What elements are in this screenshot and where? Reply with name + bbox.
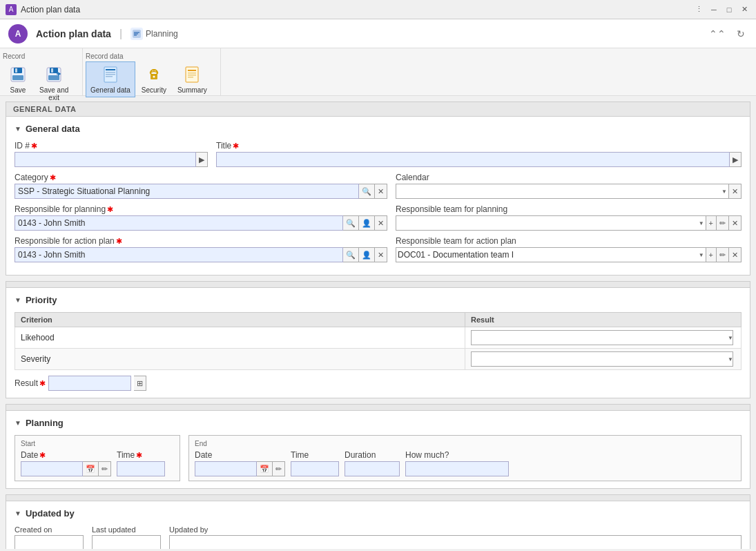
category-search-btn[interactable]: 🔍 — [359, 184, 375, 199]
likehood-result — [465, 327, 742, 349]
start-date-wrapper: 📅 ✏ — [21, 461, 111, 476]
duration-label: Duration — [345, 450, 400, 460]
general-data-card: ▼ General data ID # ✱ ▶ Title ✱ — [6, 117, 750, 276]
end-label: End — [195, 440, 735, 447]
end-time-input[interactable] — [291, 461, 339, 476]
start-date-input[interactable] — [21, 461, 83, 476]
id-arrow-btn[interactable]: ▶ — [196, 152, 208, 167]
updated-by-field: Updated by — [169, 525, 742, 549]
priority-title: Priority — [26, 295, 57, 305]
minimize-btn[interactable]: ─ — [708, 3, 720, 16]
resp-team-action-select[interactable]: DOC01 - Documentation team I — [396, 247, 706, 262]
toolbar-record-data-group: Record data General data — [83, 48, 221, 95]
resp-team-planning-select[interactable] — [396, 215, 706, 231]
resp-planning-search-btn[interactable]: 🔍 — [343, 215, 359, 231]
end-date-input[interactable] — [195, 461, 257, 476]
resp-planning-person-btn[interactable]: 👤 — [359, 215, 375, 231]
collapse-btn[interactable]: ⌃⌃ — [706, 27, 728, 41]
severity-criterion: Severity — [15, 349, 465, 370]
priority-section-header — [6, 281, 750, 288]
end-date-edit-btn[interactable]: ✏ — [273, 461, 285, 476]
app-bar: A Action plan data | Planning ⌃⌃ ↻ — [0, 19, 756, 48]
collapse-arrow-updated: ▼ — [14, 510, 21, 517]
created-on-label: Created on — [14, 525, 84, 534]
planning-label: Planning — [146, 29, 178, 39]
title-required: ✱ — [233, 142, 239, 151]
svg-rect-20 — [188, 70, 196, 71]
severity-select[interactable] — [471, 351, 733, 367]
title-arrow-btn[interactable]: ▶ — [730, 152, 742, 167]
maximize-btn[interactable]: □ — [723, 3, 735, 16]
svg-rect-4 — [14, 68, 22, 73]
svg-rect-15 — [106, 76, 113, 77]
resp-team-action-del-btn[interactable]: ✕ — [729, 247, 742, 262]
how-much-input[interactable] — [405, 461, 509, 476]
svg-rect-12 — [106, 69, 115, 70]
svg-rect-5 — [15, 68, 17, 72]
updated-by-input[interactable] — [169, 535, 742, 549]
app-divider: | — [119, 28, 122, 40]
updated-by-header[interactable]: ▼ Updated by — [14, 508, 742, 519]
svg-rect-14 — [106, 74, 115, 75]
close-btn[interactable]: ✕ — [738, 3, 750, 16]
start-time-input[interactable] — [117, 461, 165, 476]
priority-header[interactable]: ▼ Priority — [14, 295, 742, 305]
id-input[interactable] — [14, 152, 196, 167]
resp-action-input[interactable] — [14, 247, 343, 262]
general-data-header[interactable]: ▼ General data — [14, 124, 742, 134]
save-exit-icon — [44, 65, 64, 84]
resp-team-action-edit-btn[interactable]: ✏ — [717, 247, 729, 262]
created-on-input[interactable] — [14, 535, 84, 549]
svg-rect-9 — [51, 68, 53, 72]
app-planning: Planning — [130, 28, 178, 40]
save-button[interactable]: Save — [3, 61, 33, 105]
created-on-field: Created on — [14, 525, 84, 549]
category-input[interactable] — [14, 184, 359, 199]
resp-team-planning-del-btn[interactable]: ✕ — [729, 215, 742, 231]
more-options-btn[interactable]: ⋮ — [692, 3, 705, 16]
end-date-calendar-btn[interactable]: 📅 — [257, 461, 273, 476]
security-label: Security — [142, 86, 166, 94]
planning-header[interactable]: ▼ Planning — [14, 418, 742, 428]
resp-action-required: ✱ — [116, 237, 122, 246]
svg-rect-22 — [188, 75, 196, 76]
start-time-label: Time ✱ — [117, 450, 165, 460]
general-data-tab[interactable]: General data — [86, 61, 135, 97]
resp-action-person-btn[interactable]: 👤 — [359, 247, 375, 262]
start-date-calendar-btn[interactable]: 📅 — [83, 461, 99, 476]
security-tab[interactable]: Security — [137, 61, 171, 97]
resp-action-label: Responsible for action plan ✱ — [14, 236, 387, 246]
resp-planning-clear-btn[interactable]: ✕ — [375, 215, 387, 231]
resp-team-planning-add-btn[interactable]: + — [706, 215, 717, 231]
record-data-group-label: Record data — [86, 51, 123, 61]
start-date-required: ✱ — [39, 451, 46, 460]
save-exit-label: Save andexit — [39, 86, 68, 102]
end-time-label: Time — [291, 450, 339, 460]
summary-tab[interactable]: Summary — [173, 61, 212, 97]
start-date-edit-btn[interactable]: ✏ — [99, 461, 111, 476]
category-clear-btn[interactable]: ✕ — [375, 184, 387, 199]
result-input[interactable] — [48, 376, 131, 391]
updated-by-section-header — [6, 494, 750, 501]
save-and-exit-button[interactable]: Save andexit — [35, 61, 73, 105]
resp-action-search-btn[interactable]: 🔍 — [343, 247, 359, 262]
title-input[interactable] — [216, 152, 730, 167]
calendar-select-wrapper: ✕ — [396, 184, 742, 199]
resp-planning-required: ✱ — [107, 205, 113, 214]
resp-team-action-add-btn[interactable]: + — [706, 247, 717, 262]
how-much-label: How much? — [405, 450, 509, 460]
resp-action-clear-btn[interactable]: ✕ — [375, 247, 387, 262]
last-updated-input[interactable] — [92, 535, 161, 549]
resp-team-planning-edit-btn[interactable]: ✏ — [717, 215, 729, 231]
result-action-btn[interactable]: ⊞ — [134, 376, 146, 391]
resp-planning-input[interactable] — [14, 215, 343, 231]
title-bar-left: A Action plan data — [6, 4, 80, 15]
resp-planning-label: Responsible for planning ✱ — [14, 204, 387, 214]
calendar-action-btn[interactable]: ✕ — [729, 184, 742, 199]
app-icon: A — [6, 4, 17, 15]
refresh-btn[interactable]: ↻ — [734, 27, 748, 41]
duration-input[interactable] — [345, 461, 400, 476]
calendar-select[interactable] — [396, 184, 729, 199]
likehood-select[interactable] — [471, 330, 733, 345]
category-input-wrapper: 🔍 ✕ — [14, 184, 387, 199]
